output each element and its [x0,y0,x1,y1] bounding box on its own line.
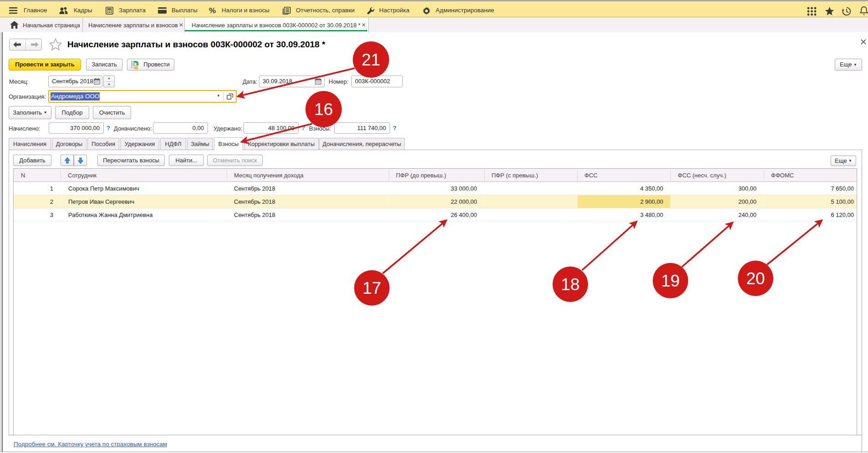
svg-text:18: 18 [561,275,579,294]
svg-text:16: 16 [314,100,333,119]
svg-text:20: 20 [746,269,765,288]
svg-text:17: 17 [362,279,381,297]
svg-text:19: 19 [661,272,680,290]
svg-text:21: 21 [361,50,380,69]
